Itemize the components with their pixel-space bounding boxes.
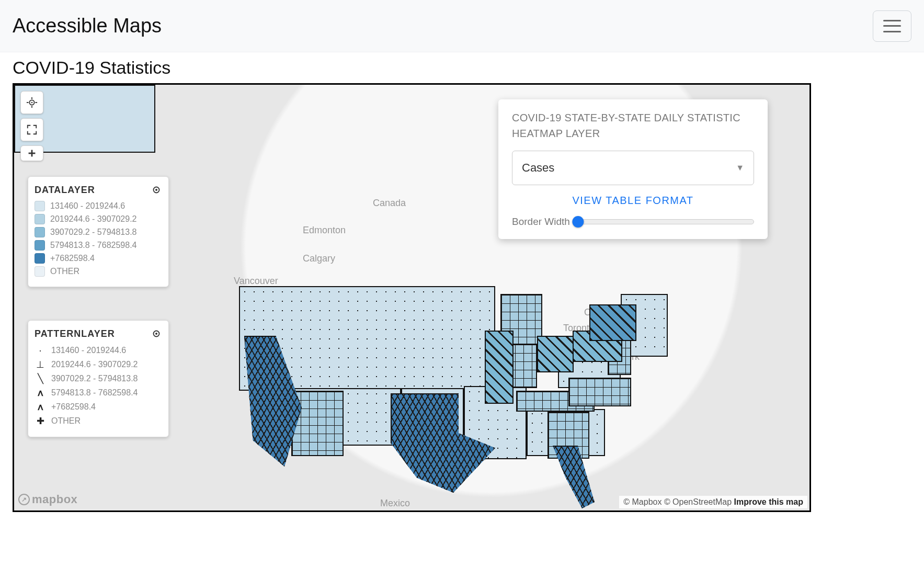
pattern-glyph: ╲ — [35, 373, 46, 384]
fullscreen-button[interactable] — [20, 118, 43, 141]
statistic-select-value: Cases — [522, 161, 554, 175]
swatch-2 — [35, 214, 45, 224]
chevron-down-icon: ▼ — [736, 163, 744, 173]
legend-datalayer-title: DATALAYER — [35, 185, 95, 196]
swatch-1 — [35, 201, 45, 211]
layer-card-title: COVID-19 STATE-BY-STATE DAILY STATISTIC … — [512, 110, 754, 141]
border-width-slider[interactable] — [575, 219, 754, 224]
map-container[interactable]: Canada Edmonton Calgary Vancouver United… — [13, 83, 811, 512]
legend-row-label: 2019244.6 - 3907029.2 — [51, 359, 138, 369]
svg-point-1 — [31, 102, 33, 104]
state-oh — [537, 336, 574, 372]
menu-button[interactable] — [873, 10, 911, 42]
expand-icon — [26, 124, 38, 135]
pattern-glyph: ʌ — [35, 387, 46, 399]
layer-card: COVID-19 STATE-BY-STATE DAILY STATISTIC … — [498, 99, 768, 239]
state-nc — [568, 378, 631, 406]
pattern-glyph: ʌ — [35, 401, 46, 413]
visibility-toggle-icon[interactable] — [151, 328, 162, 339]
plus-icon — [26, 147, 38, 159]
mapbox-icon: ↗ — [18, 494, 30, 505]
legend-row-label: 3907029.2 - 5794813.8 — [50, 227, 136, 237]
app-title: Accessible Maps — [13, 15, 162, 37]
swatch-3 — [35, 227, 45, 237]
legend-datalayer: DATALAYER 131460 - 2019244.6 2019244.6 -… — [28, 176, 169, 287]
improve-map-link[interactable]: Improve this map — [734, 497, 803, 506]
zoom-in-button[interactable] — [20, 145, 43, 161]
locate-button[interactable] — [20, 91, 43, 114]
mapbox-logo[interactable]: ↗ mapbox — [18, 493, 77, 506]
legend-row-label: 2019244.6 - 3907029.2 — [50, 214, 136, 224]
swatch-other — [35, 266, 45, 277]
legend-row-label: 5794813.8 - 7682598.4 — [50, 240, 136, 250]
legend-patternlayer: PATTERNLAYER ·131460 - 2019244.6 ⊥201924… — [28, 320, 169, 437]
svg-point-11 — [155, 333, 157, 335]
map-controls — [20, 91, 43, 161]
legend-row-label: OTHER — [50, 266, 79, 276]
attrib-mapbox[interactable]: © Mapbox — [623, 497, 661, 506]
map-attribution: © Mapbox © OpenStreetMap Improve this ma… — [619, 496, 807, 508]
label-vancouver: Vancouver — [234, 276, 278, 287]
legend-patternlayer-title: PATTERNLAYER — [35, 328, 115, 339]
mapbox-logo-text: mapbox — [32, 493, 77, 506]
label-edmonton: Edmonton — [303, 225, 346, 236]
statistic-select[interactable]: Cases ▼ — [512, 151, 754, 185]
legend-row-label: +7682598.4 — [50, 253, 95, 263]
page-title: COVID-19 Statistics — [0, 52, 924, 83]
pattern-glyph: · — [35, 345, 46, 356]
pattern-glyph: ⊥ — [35, 359, 46, 370]
view-table-link[interactable]: VIEW TABLE FORMAT — [512, 195, 754, 207]
hamburger-icon — [883, 20, 901, 32]
swatch-4 — [35, 240, 45, 251]
legend-row-label: +7682598.4 — [51, 402, 96, 412]
visibility-toggle-icon[interactable] — [151, 184, 162, 196]
label-mexico: Mexico — [380, 498, 410, 509]
legend-row-label: OTHER — [51, 416, 81, 426]
legend-row-label: 131460 - 2019244.6 — [51, 345, 126, 355]
svg-point-9 — [155, 189, 157, 191]
slider-label: Border Width — [512, 216, 570, 228]
legend-row-label: 3907029.2 - 5794813.8 — [51, 373, 138, 383]
attrib-osm[interactable]: © OpenStreetMap — [664, 497, 732, 506]
legend-row-label: 5794813.8 - 7682598.4 — [51, 388, 138, 398]
label-canada: Canada — [373, 198, 406, 209]
state-ny — [589, 304, 636, 341]
slider-thumb[interactable] — [572, 216, 584, 228]
crosshair-icon — [26, 97, 38, 108]
label-calgary: Calgary — [303, 253, 335, 264]
state-il — [485, 331, 514, 404]
pattern-glyph: ✚ — [35, 415, 46, 427]
top-bar: Accessible Maps — [0, 0, 924, 52]
border-width-slider-row: Border Width — [512, 216, 754, 228]
swatch-5 — [35, 253, 45, 264]
legend-row-label: 131460 - 2019244.6 — [50, 201, 125, 211]
